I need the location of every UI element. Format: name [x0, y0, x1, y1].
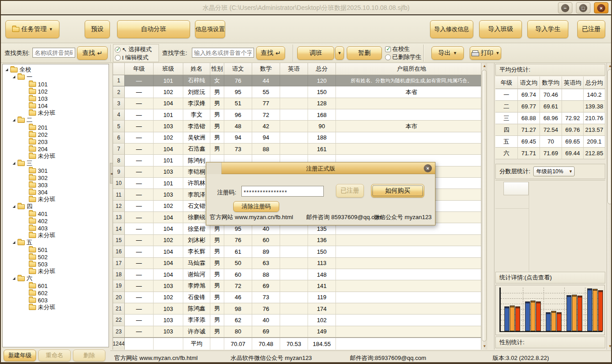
table-cell[interactable]: 103: [154, 166, 183, 178]
row-number[interactable]: 13: [113, 212, 125, 223]
tree-item-grade[interactable]: 三: [3, 160, 109, 167]
scroll-down-icon[interactable]: ▼: [481, 343, 488, 350]
table-cell[interactable]: 男: [210, 121, 224, 132]
table-cell[interactable]: [336, 269, 487, 280]
table-row[interactable]: 17—104马灿霖男5063113: [113, 258, 487, 269]
table-cell[interactable]: 98: [224, 303, 252, 315]
table-cell[interactable]: —: [125, 280, 154, 292]
tree-item-class[interactable]: 603: [3, 297, 109, 304]
table-row[interactable]: 4—101李文男9672168: [113, 109, 487, 121]
table-scrollbar[interactable]: ▲ ▼: [481, 63, 487, 350]
maximize-button[interactable]: □: [576, 2, 590, 13]
table-cell[interactable]: [280, 315, 308, 326]
table-cell[interactable]: 73: [224, 144, 252, 155]
table-cell[interactable]: 石梓纯: [183, 75, 210, 86]
table-cell[interactable]: 所有姓名、分数均为随机虚拟生成,如有雷同,纯属巧合。: [336, 75, 487, 86]
tree-item-class[interactable]: 未分班: [3, 232, 109, 239]
row-number[interactable]: 5: [113, 121, 125, 132]
table-cell[interactable]: 本市: [336, 121, 487, 132]
import-modify-button[interactable]: 导入修改信息: [430, 20, 473, 38]
table-row[interactable]: 20—102石俊锋男4673119: [113, 292, 487, 303]
tree-item-class[interactable]: 304: [3, 189, 109, 196]
table-cell[interactable]: 104: [154, 258, 183, 269]
table-cell[interactable]: [336, 303, 487, 315]
table-row[interactable]: 19—103李烨旭男7269141: [113, 280, 487, 292]
table-cell[interactable]: —: [125, 258, 154, 269]
row-number[interactable]: 22: [113, 315, 125, 326]
table-cell[interactable]: 89: [252, 246, 280, 257]
stats-bar-chart[interactable]: [495, 285, 605, 335]
table-cell[interactable]: 101: [154, 178, 183, 189]
table-cell[interactable]: 102: [154, 132, 183, 144]
table-cell[interactable]: 102: [154, 292, 183, 303]
tree-item-class[interactable]: 402: [3, 217, 109, 225]
table-cell[interactable]: 男: [210, 292, 224, 303]
column-header[interactable]: [113, 63, 125, 75]
row-number[interactable]: 8: [113, 155, 125, 166]
table-cell[interactable]: 101: [154, 75, 183, 86]
row-number[interactable]: 19: [113, 280, 125, 292]
column-header[interactable]: 英语: [280, 63, 308, 75]
column-header[interactable]: 语文: [224, 63, 252, 75]
table-cell[interactable]: 男: [210, 98, 224, 109]
table-cell[interactable]: 51: [224, 98, 252, 109]
table-cell[interactable]: 90: [308, 121, 336, 132]
table-row[interactable]: 2—102刘煜沅男9555150本省: [113, 86, 487, 98]
table-cell[interactable]: [280, 292, 308, 303]
tree-item-class[interactable]: 501: [3, 246, 109, 253]
table-cell[interactable]: [280, 109, 308, 121]
table-cell[interactable]: —: [125, 98, 154, 109]
tree-item-class[interactable]: 未分班: [3, 268, 109, 275]
table-cell[interactable]: 76: [224, 235, 252, 246]
table-cell[interactable]: 73: [252, 292, 280, 303]
tree-item-class[interactable]: 302: [3, 174, 109, 181]
table-cell[interactable]: 72: [252, 109, 280, 121]
new-grade-button[interactable]: 新建年级: [4, 350, 36, 361]
print-button[interactable]: 打印▼: [470, 46, 501, 60]
column-header[interactable]: 户籍所在地: [336, 63, 487, 75]
deleted-students-radio[interactable]: 已删除学生: [385, 53, 422, 61]
table-cell[interactable]: 男: [210, 326, 224, 337]
table-cell[interactable]: —: [125, 303, 154, 315]
row-number[interactable]: 11: [113, 189, 125, 200]
table-cell[interactable]: 102: [154, 86, 183, 98]
table-cell[interactable]: 103: [154, 326, 183, 337]
dialog-close-button[interactable]: ×: [424, 164, 432, 172]
table-cell[interactable]: 104: [154, 246, 183, 257]
table-cell[interactable]: —: [125, 269, 154, 280]
table-cell[interactable]: —: [125, 121, 154, 132]
table-cell[interactable]: 50: [224, 258, 252, 269]
search-student-button[interactable]: 查找↵: [256, 46, 285, 60]
table-cell[interactable]: 103: [154, 189, 183, 200]
tree-item-class[interactable]: 502: [3, 253, 109, 261]
scroll-down-icon[interactable]: ▼: [607, 343, 612, 350]
tree-item-class[interactable]: 602: [3, 289, 109, 297]
table-cell[interactable]: —: [125, 223, 154, 234]
table-cell[interactable]: 104: [154, 212, 183, 223]
table-cell[interactable]: 石俊锋: [183, 292, 210, 303]
table-cell[interactable]: 本省: [336, 86, 487, 98]
table-cell[interactable]: 120: [308, 75, 336, 86]
table-cell[interactable]: [336, 258, 487, 269]
table-cell[interactable]: 男: [210, 132, 224, 144]
minimize-button[interactable]: −: [558, 2, 572, 13]
search-category-button[interactable]: 查找↵: [77, 46, 108, 60]
table-cell[interactable]: —: [125, 292, 154, 303]
table-cell[interactable]: [280, 258, 308, 269]
table-cell[interactable]: —: [125, 75, 154, 86]
tree-item-class[interactable]: 204: [3, 145, 109, 153]
table-cell[interactable]: —: [125, 132, 154, 144]
table-row[interactable]: 1—101石梓纯女7644120所有姓名、分数均为随机虚拟生成,如有雷同,纯属巧…: [113, 75, 487, 86]
table-cell[interactable]: 101: [154, 109, 183, 121]
table-cell[interactable]: [280, 280, 308, 292]
expanded-arrow-icon[interactable]: [13, 76, 15, 78]
table-row[interactable]: 23—103许亦诚男8069149: [113, 326, 487, 337]
table-row[interactable]: 3—104李淏烽男5177128: [113, 98, 487, 109]
table-cell[interactable]: 103: [154, 280, 183, 292]
row-number[interactable]: 7: [113, 144, 125, 155]
table-cell[interactable]: 103: [154, 121, 183, 132]
table-cell[interactable]: [280, 246, 308, 257]
how-to-buy-button[interactable]: 如何购买: [371, 184, 424, 198]
table-cell[interactable]: 男: [210, 86, 224, 98]
temp-delete-button[interactable]: 暂删: [347, 46, 382, 60]
